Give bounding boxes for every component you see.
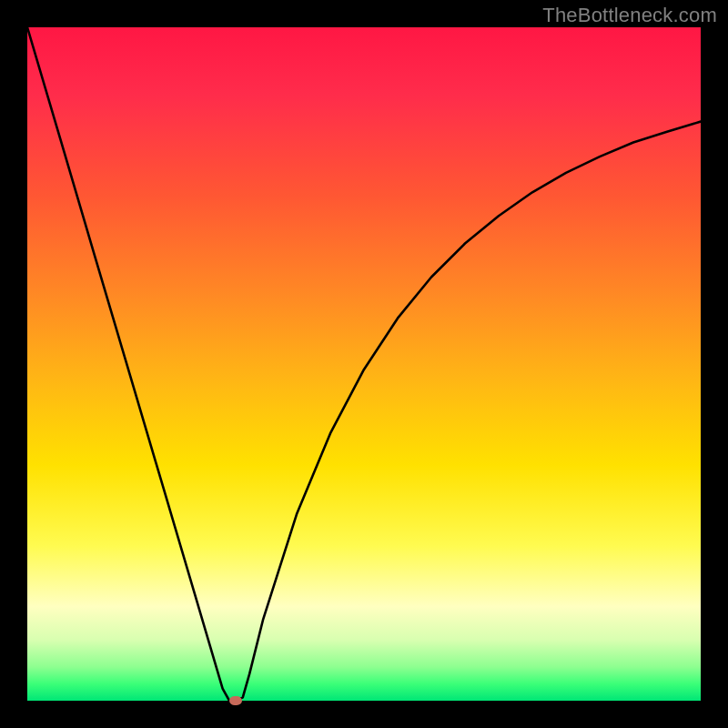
min-point-marker bbox=[229, 696, 242, 705]
plot-area bbox=[27, 27, 701, 701]
watermark-text: TheBottleneck.com bbox=[542, 4, 717, 27]
bottleneck-curve-path bbox=[27, 27, 701, 701]
chart-frame: TheBottleneck.com bbox=[0, 0, 728, 728]
curve-layer bbox=[27, 27, 701, 701]
